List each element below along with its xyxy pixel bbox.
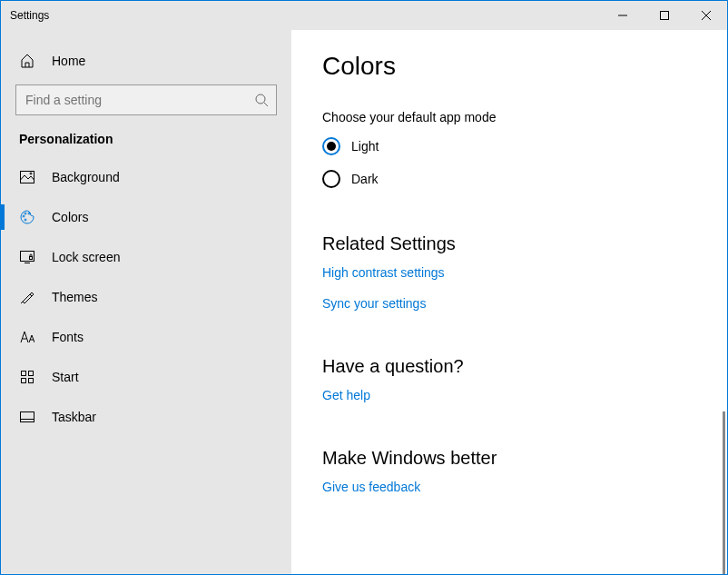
sidebar-item-themes[interactable]: Themes: [1, 277, 291, 317]
radio-dark-circle: [322, 170, 340, 188]
radio-dark-label: Dark: [351, 172, 379, 186]
svg-rect-19: [29, 379, 34, 383]
content: Home Personalization Background Colors: [1, 30, 727, 574]
window-title: Settings: [10, 9, 49, 22]
svg-rect-20: [21, 412, 34, 422]
maximize-button[interactable]: [644, 1, 685, 30]
sidebar-item-label: Lock screen: [52, 250, 120, 264]
lockscreen-icon: [19, 251, 35, 263]
maximize-icon: [660, 11, 669, 20]
sidebar-item-colors[interactable]: Colors: [1, 197, 291, 237]
minimize-button[interactable]: [602, 1, 644, 30]
radio-light-circle: [322, 137, 340, 155]
window-controls: [602, 1, 727, 30]
page-title: Colors: [322, 52, 696, 81]
search-input[interactable]: [15, 84, 277, 115]
sidebar-item-start[interactable]: Start: [1, 357, 291, 397]
titlebar: Settings: [1, 1, 727, 30]
home-button[interactable]: Home: [1, 45, 291, 77]
radio-dark[interactable]: Dark: [322, 170, 696, 188]
svg-rect-16: [22, 372, 26, 376]
close-icon: [702, 11, 711, 20]
minimize-icon: [618, 11, 627, 20]
related-settings-heading: Related Settings: [322, 233, 696, 254]
scrollbar[interactable]: [723, 411, 725, 574]
svg-rect-18: [22, 379, 26, 383]
app-mode-label: Choose your default app mode: [322, 110, 696, 124]
feedback-link[interactable]: Give us feedback: [322, 480, 696, 494]
sidebar-item-label: Start: [52, 370, 79, 384]
sidebar-item-label: Colors: [52, 210, 88, 224]
sync-settings-link[interactable]: Sync your settings: [322, 296, 696, 311]
taskbar-icon: [19, 411, 35, 422]
svg-point-7: [30, 173, 32, 174]
high-contrast-link[interactable]: High contrast settings: [322, 265, 696, 280]
svg-point-9: [25, 213, 26, 214]
main-panel: Colors Choose your default app mode Ligh…: [291, 30, 727, 574]
sidebar-item-label: Taskbar: [52, 410, 96, 424]
background-icon: [19, 171, 35, 183]
home-label: Home: [52, 54, 85, 68]
sidebar-item-label: Background: [52, 170, 120, 184]
sidebar-item-lockscreen[interactable]: Lock screen: [1, 237, 291, 277]
sidebar-item-label: Themes: [52, 290, 98, 304]
close-button[interactable]: [685, 1, 727, 30]
svg-rect-13: [30, 257, 33, 260]
fonts-icon: [19, 331, 35, 343]
sidebar: Home Personalization Background Colors: [1, 30, 291, 574]
sidebar-item-taskbar[interactable]: Taskbar: [1, 397, 291, 437]
get-help-link[interactable]: Get help: [322, 388, 696, 402]
svg-point-11: [25, 219, 26, 221]
sidebar-item-background[interactable]: Background: [1, 157, 291, 197]
svg-line-15: [21, 302, 23, 303]
start-icon: [19, 371, 35, 383]
question-heading: Have a question?: [322, 356, 696, 377]
category-label: Personalization: [1, 132, 291, 157]
sidebar-item-label: Fonts: [52, 330, 84, 344]
svg-rect-17: [29, 372, 34, 376]
svg-point-10: [28, 213, 30, 214]
radio-light[interactable]: Light: [322, 137, 696, 155]
better-heading: Make Windows better: [322, 448, 696, 469]
svg-point-8: [23, 215, 25, 217]
colors-icon: [19, 210, 35, 224]
themes-icon: [19, 290, 35, 304]
search-wrap: [15, 84, 277, 115]
sidebar-item-fonts[interactable]: Fonts: [1, 317, 291, 357]
radio-light-label: Light: [351, 139, 379, 154]
home-icon: [19, 54, 35, 68]
svg-rect-1: [661, 12, 669, 20]
